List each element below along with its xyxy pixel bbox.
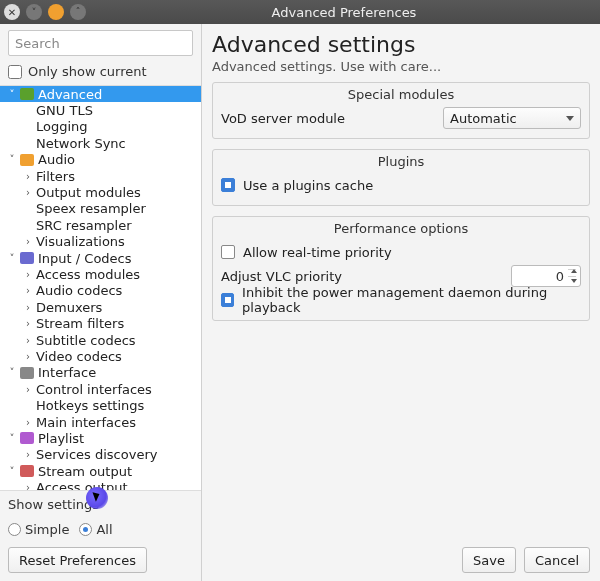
- window-close-icon[interactable]: ✕: [4, 4, 20, 20]
- fieldset-special-modules: Special modules VoD server module Automa…: [212, 82, 590, 139]
- legend-performance: Performance options: [221, 221, 581, 236]
- chevron-down-icon[interactable]: ˅: [6, 433, 18, 444]
- tree-item-audio[interactable]: ˅Audio: [0, 152, 201, 168]
- tree-item-visualizations[interactable]: ›Visualizations: [0, 234, 201, 250]
- only-show-current-checkbox[interactable]: [8, 65, 22, 79]
- cog-icon: [20, 88, 34, 100]
- tree-item-subtitle-codecs[interactable]: ›Subtitle codecs: [0, 332, 201, 348]
- window-min-icon[interactable]: ˅: [26, 4, 42, 20]
- chevron-right-icon[interactable]: ›: [22, 269, 34, 280]
- vod-server-label: VoD server module: [221, 111, 421, 126]
- tree-item-filters[interactable]: ›Filters: [0, 168, 201, 184]
- chevron-right-icon[interactable]: ›: [22, 318, 34, 329]
- tree-item-demuxers[interactable]: ›Demuxers: [0, 299, 201, 315]
- tree-item-network-sync[interactable]: Network Sync: [0, 135, 201, 151]
- radio-icon: [79, 523, 92, 536]
- chevron-right-icon[interactable]: ›: [22, 171, 34, 182]
- show-settings-label: Show settings: [8, 497, 193, 512]
- search-input[interactable]: Search: [8, 30, 193, 56]
- chevron-down-icon[interactable]: ˅: [6, 367, 18, 378]
- tree-item-services-discovery[interactable]: ›Services discovery: [0, 447, 201, 463]
- left-panel: Search Only show current ˅Advanced GNU T…: [0, 24, 202, 581]
- inhibit-pm-label: Inhibit the power management daemon duri…: [242, 285, 581, 315]
- window-app-icon: [48, 4, 64, 20]
- only-show-current-label: Only show current: [28, 64, 147, 79]
- tree-item-stream-output[interactable]: ˅Stream output: [0, 463, 201, 479]
- settings-tree[interactable]: ˅Advanced GNU TLS Logging Network Sync ˅…: [0, 85, 201, 491]
- tree-item-main-interfaces[interactable]: ›Main interfaces: [0, 414, 201, 430]
- page-subtitle: Advanced settings. Use with care...: [212, 59, 590, 74]
- stream-icon: [20, 465, 34, 477]
- tree-item-interface[interactable]: ˅Interface: [0, 365, 201, 381]
- vod-server-select[interactable]: Automatic: [443, 107, 581, 129]
- chevron-down-icon[interactable]: ˅: [6, 253, 18, 264]
- radio-icon: [8, 523, 21, 536]
- interface-icon: [20, 367, 34, 379]
- tree-item-advanced[interactable]: ˅Advanced: [0, 86, 201, 102]
- legend-special-modules: Special modules: [221, 87, 581, 102]
- tree-item-video-codecs[interactable]: ›Video codecs: [0, 348, 201, 364]
- plugins-cache-label: Use a plugins cache: [243, 178, 373, 193]
- show-settings-row: Show settings Simple All Reset Preferenc…: [0, 491, 201, 581]
- reset-preferences-button[interactable]: Reset Preferences: [8, 547, 147, 573]
- realtime-priority-label: Allow real-time priority: [243, 245, 392, 260]
- adjust-priority-label: Adjust VLC priority: [221, 269, 503, 284]
- audio-icon: [20, 154, 34, 166]
- chevron-down-icon[interactable]: ˅: [6, 154, 18, 165]
- radio-all[interactable]: All: [79, 522, 112, 537]
- tree-item-hotkeys-settings[interactable]: Hotkeys settings: [0, 397, 201, 413]
- inhibit-pm-checkbox[interactable]: [221, 293, 234, 307]
- only-show-current-row[interactable]: Only show current: [0, 62, 201, 85]
- legend-plugins: Plugins: [221, 154, 581, 169]
- fieldset-performance: Performance options Allow real-time prio…: [212, 216, 590, 321]
- titlebar: ✕ ˅ ˆ Advanced Preferences: [0, 0, 600, 24]
- tree-item-output-modules[interactable]: ›Output modules: [0, 184, 201, 200]
- chevron-right-icon[interactable]: ›: [22, 187, 34, 198]
- chevron-right-icon[interactable]: ›: [22, 335, 34, 346]
- tree-item-gnu-tls[interactable]: GNU TLS: [0, 102, 201, 118]
- tree-item-logging[interactable]: Logging: [0, 119, 201, 135]
- search-placeholder: Search: [15, 36, 60, 51]
- chevron-right-icon[interactable]: ›: [22, 417, 34, 428]
- tree-item-src[interactable]: SRC resampler: [0, 217, 201, 233]
- tree-item-stream-filters[interactable]: ›Stream filters: [0, 315, 201, 331]
- chevron-right-icon[interactable]: ›: [22, 482, 34, 491]
- page-title: Advanced settings: [212, 32, 590, 57]
- tree-item-access-modules[interactable]: ›Access modules: [0, 266, 201, 282]
- tree-item-access-output[interactable]: ›Access output: [0, 479, 201, 491]
- chevron-right-icon[interactable]: ›: [22, 449, 34, 460]
- adjust-priority-spinner[interactable]: 0: [511, 265, 581, 287]
- realtime-priority-checkbox[interactable]: [221, 245, 235, 259]
- chevron-up-icon[interactable]: [571, 269, 577, 273]
- chevron-down-icon[interactable]: [571, 279, 577, 283]
- radio-simple[interactable]: Simple: [8, 522, 69, 537]
- dialog-footer: Save Cancel: [462, 547, 590, 573]
- chevron-right-icon[interactable]: ›: [22, 302, 34, 313]
- fieldset-plugins: Plugins Use a plugins cache: [212, 149, 590, 206]
- window-title: Advanced Preferences: [92, 5, 596, 20]
- tree-item-control-interfaces[interactable]: ›Control interfaces: [0, 381, 201, 397]
- chevron-right-icon[interactable]: ›: [22, 236, 34, 247]
- chevron-down-icon[interactable]: ˅: [6, 89, 18, 100]
- playlist-icon: [20, 432, 34, 444]
- cancel-button[interactable]: Cancel: [524, 547, 590, 573]
- chevron-down-icon[interactable]: ˅: [6, 466, 18, 477]
- tree-item-audio-codecs[interactable]: ›Audio codecs: [0, 283, 201, 299]
- plugins-cache-checkbox[interactable]: [221, 178, 235, 192]
- tree-item-input-codecs[interactable]: ˅Input / Codecs: [0, 250, 201, 266]
- right-panel: Advanced settings Advanced settings. Use…: [202, 24, 600, 581]
- save-button[interactable]: Save: [462, 547, 516, 573]
- tree-item-playlist[interactable]: ˅Playlist: [0, 430, 201, 446]
- chevron-right-icon[interactable]: ›: [22, 384, 34, 395]
- chevron-right-icon[interactable]: ›: [22, 351, 34, 362]
- window-max-icon[interactable]: ˆ: [70, 4, 86, 20]
- window-body: Search Only show current ˅Advanced GNU T…: [0, 24, 600, 581]
- tree-item-speex[interactable]: Speex resampler: [0, 201, 201, 217]
- codec-icon: [20, 252, 34, 264]
- chevron-right-icon[interactable]: ›: [22, 285, 34, 296]
